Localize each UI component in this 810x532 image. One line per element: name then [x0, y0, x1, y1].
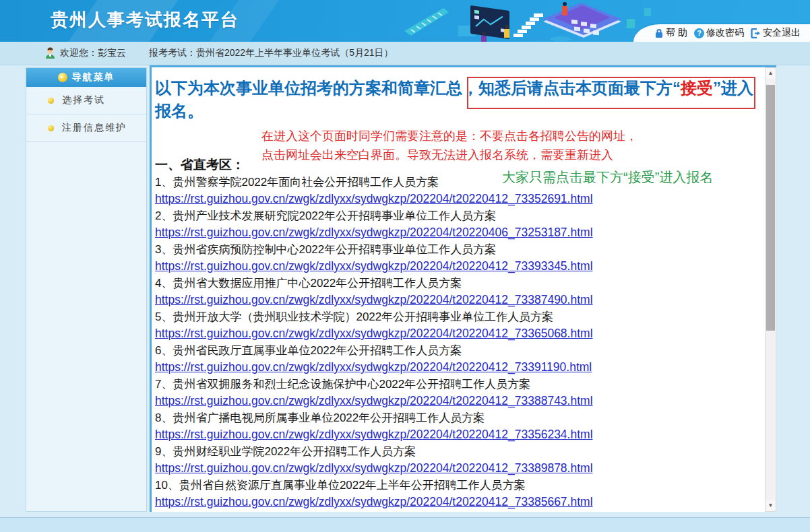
scrollbar-thumb[interactable] [766, 85, 775, 331]
scroll-up-icon: ▲ [768, 70, 774, 76]
logout-link[interactable]: 安全退出 [751, 27, 801, 39]
question-icon: ? [694, 28, 704, 38]
announcement-row: 1、贵州警察学院2022年面向社会公开招聘工作人员方案 https://rst.… [155, 174, 761, 207]
chevron-down-icon: ▼ [58, 73, 67, 82]
announcement-row: 4、贵州省大数据应用推广中心2022年公开招聘工作人员方案 https://rs… [155, 275, 761, 308]
change-password-link[interactable]: ? 修改密码 [694, 27, 744, 39]
announcement-row: 8、贵州省广播电视局所属事业单位2022年公开招聘工作人员方案 https://… [155, 409, 761, 443]
warning-note-line2: 点击网址会出来空白界面。导致无法进入报名系统，需要重新进入 [261, 145, 637, 164]
announcement-link[interactable]: https://rst.guizhou.gov.cn/zwgk/zdlyxx/s… [155, 393, 761, 409]
change-password-label: 修改密码 [706, 27, 744, 39]
announcement-link[interactable]: https://rst.guizhou.gov.cn/zwgk/zdlyxx/s… [155, 224, 761, 241]
welcome-bar: 欢迎您：彭宝云 报考考试：贵州省2022年上半年事业单位考试（5月21日） [0, 42, 810, 65]
nav-menu-header[interactable]: ▼ 导航菜单 [26, 68, 146, 87]
help-label: 帮 助 [666, 27, 687, 39]
announcement-row: 11、贵州省农业科学院2022年公开招聘事业单位工作人员方案 [155, 510, 761, 512]
bullet-icon [48, 125, 54, 131]
announcement-row: 6、贵州省民政厅直属事业单位2022年公开招聘工作人员方案 https://rs… [155, 342, 761, 376]
announcement-title: 8、贵州省广播电视局所属事业单位2022年公开招聘工作人员方案 [155, 409, 761, 426]
section-title: 一、省直考区： [155, 156, 245, 174]
lock-icon [654, 28, 664, 38]
announcement-row: 5、贵州开放大学（贵州职业技术学院）2022年公开招聘事业单位工作人员方案 ht… [155, 308, 761, 342]
announcement-link[interactable]: https://rst.guizhou.gov.cn/zwgk/zdlyxx/s… [155, 258, 761, 275]
exit-icon [751, 28, 761, 38]
announcement-link[interactable]: https://rst.guizhou.gov.cn/zwgk/zdlyxx/s… [155, 359, 761, 376]
announcement-row: 7、贵州省双拥服务和烈士纪念设施保护中心2022年公开招聘工作人员方案 http… [155, 376, 761, 409]
announcement-title: 2、贵州产业技术发展研究院2022年公开招聘事业单位工作人员方案 [155, 207, 761, 224]
scroll-down-icon: ▼ [768, 502, 774, 508]
welcome-text: 欢迎您：彭宝云 [60, 47, 126, 59]
announcement-title: 5、贵州开放大学（贵州职业技术学院）2022年公开招聘事业单位工作人员方案 [155, 308, 761, 325]
announcement-row: 9、贵州财经职业学院2022年公开招聘工作人员方案 https://rst.gu… [155, 443, 761, 477]
announcement-row: 2、贵州产业技术发展研究院2022年公开招聘事业单位工作人员方案 https:/… [155, 207, 761, 241]
announcement-row: 3、贵州省疾病预防控制中心2022年公开招聘事业单位工作人员方案 https:/… [155, 241, 761, 275]
sidebar-item-label: 注册信息维护 [62, 122, 127, 134]
logout-label: 安全退出 [763, 27, 801, 39]
announcement-title: 1、贵州警察学院2022年面向社会公开招聘工作人员方案 [155, 174, 761, 191]
content-scrollbar[interactable]: ▲ ▼ [765, 67, 776, 512]
sidebar: ▼ 导航菜单 选择考试 注册信息维护 [26, 67, 147, 512]
help-link[interactable]: 帮 助 [654, 27, 687, 39]
warning-note: 在进入这个页面时同学们需要注意的是：不要点击各招聘公告的网址， 点击网址会出来空… [261, 127, 637, 164]
announcement-title: 3、贵州省疾病预防控制中心2022年公开招聘事业单位工作人员方案 [155, 241, 761, 258]
announcement-title: 7、贵州省双拥服务和烈士纪念设施保护中心2022年公开招聘工作人员方案 [155, 376, 761, 393]
announcement-title: 4、贵州省大数据应用推广中心2022年公开招聘工作人员方案 [155, 275, 761, 292]
header-links-panel: 帮 助 ? 修改密码 安全退出 [633, 24, 810, 42]
app-header: 贵州人事考试报名平台 帮 助 ? 修改密码 [0, 0, 810, 42]
announcement-link[interactable]: https://rst.guizhou.gov.cn/zwgk/zdlyxx/s… [155, 191, 761, 207]
scroll-down-button[interactable]: ▼ [766, 500, 776, 511]
announcement-title: 6、贵州省民政厅直属事业单位2022年公开招聘工作人员方案 [155, 342, 761, 359]
announcement-link[interactable]: https://rst.guizhou.gov.cn/zwgk/zdlyxx/s… [155, 292, 761, 308]
announcement-link[interactable]: https://rst.guizhou.gov.cn/zwgk/zdlyxx/s… [155, 460, 761, 477]
announcement-list: 1、贵州警察学院2022年面向社会公开招聘工作人员方案 https://rst.… [155, 174, 761, 512]
announcement-row: 10、贵州省自然资源厅直属事业单位2022年上半年公开招聘工作人员方案 http… [155, 477, 761, 510]
announcement-title: 9、贵州财经职业学院2022年公开招聘工作人员方案 [155, 443, 761, 460]
announcement-title: 11、贵州省农业科学院2022年公开招聘事业单位工作人员方案 [155, 510, 761, 512]
page-title: 贵州人事考试报名平台 [51, 8, 239, 32]
nav-menu-title: 导航菜单 [72, 71, 115, 84]
announcement-link[interactable]: https://rst.guizhou.gov.cn/zwgk/zdlyxx/s… [155, 494, 761, 510]
user-avatar-icon [44, 47, 56, 59]
sidebar-item-register-info[interactable]: 注册信息维护 [26, 114, 146, 142]
content-area: 以下为本次事业单位招考的方案和简章汇总，知悉后请点击本页面最下方“接受”进入报名… [152, 67, 765, 512]
header-illustration [404, 0, 660, 42]
page-footer [0, 517, 810, 532]
announcement-link[interactable]: https://rst.guizhou.gov.cn/zwgk/zdlyxx/s… [155, 325, 761, 342]
warning-note-line1: 在进入这个页面时同学们需要注意的是：不要点击各招聘公告的网址， [261, 127, 637, 145]
sidebar-item-select-exam[interactable]: 选择考试 [26, 87, 146, 114]
exam-text: 报考考试：贵州省2022年上半年事业单位考试（5月21日） [149, 47, 394, 59]
page-heading: 以下为本次事业单位招考的方案和简章汇总，知悉后请点击本页面最下方“接受”进入报名… [155, 77, 765, 123]
heading-part1: 以下为本次事业单位招考的方案和简章汇总，知悉后请点击本页面最下方“ [155, 79, 681, 97]
sidebar-item-label: 选择考试 [62, 94, 105, 106]
bullet-icon [48, 98, 54, 104]
heading-accept-word: 接受 [681, 79, 713, 97]
announcement-title: 10、贵州省自然资源厅直属事业单位2022年上半年公开招聘工作人员方案 [155, 477, 761, 494]
announcement-link[interactable]: https://rst.guizhou.gov.cn/zwgk/zdlyxx/s… [155, 426, 761, 443]
scroll-up-button[interactable]: ▲ [766, 68, 776, 79]
